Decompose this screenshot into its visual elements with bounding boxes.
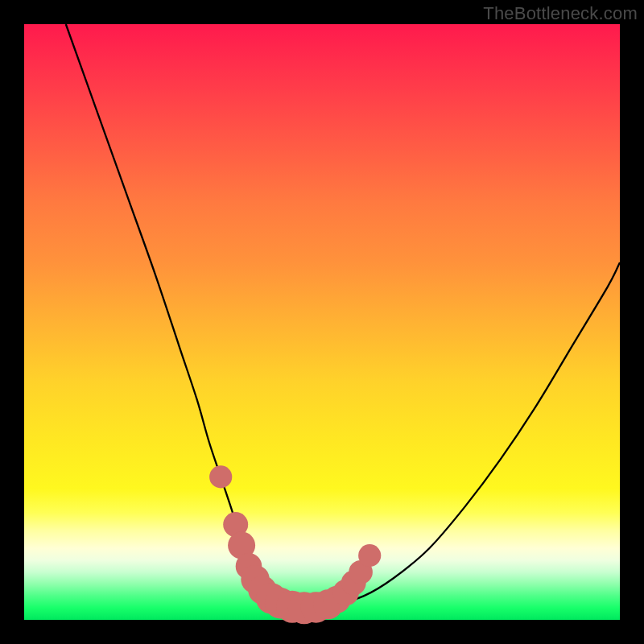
chart-svg <box>24 24 620 620</box>
curve-marker <box>209 465 232 488</box>
plot-area <box>24 24 620 620</box>
chart-frame: TheBottleneck.com <box>0 0 644 644</box>
bottleneck-curve <box>66 24 620 609</box>
watermark-text: TheBottleneck.com <box>483 3 638 24</box>
curve-marker <box>358 544 381 567</box>
marker-group <box>209 465 381 624</box>
